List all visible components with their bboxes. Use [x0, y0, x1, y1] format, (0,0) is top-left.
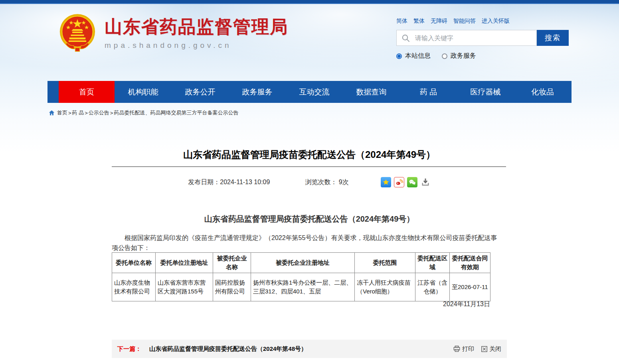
publish-date: 发布日期：2024-11-13 10:09: [188, 178, 270, 187]
breadcrumb-announcements[interactable]: 公示公告: [89, 109, 109, 116]
home-icon: [49, 110, 55, 116]
cell-entrusted-address: 扬州市秋实路1号办公楼一层、二层、三层312、四层401、五层: [251, 273, 355, 301]
announcement-body: 根据国家药监局印发的《疫苗生产流通管理规定》（2022年第55号公告）有关要求，…: [112, 233, 503, 253]
cell-entrusting-address: 山东省东营市东营区大渡河路155号: [156, 273, 213, 301]
view-count-label: 浏览次数：: [305, 179, 337, 185]
prev-article-link[interactable]: 山东省药品监督管理局疫苗委托配送公告（2024年第48号）: [149, 345, 307, 353]
article-meta: 发布日期：2024-11-13 10:09 浏览次数： 9次: [112, 177, 507, 187]
col-entrusting-address: 委托单位注册地址: [156, 253, 213, 273]
col-contract-validity: 委托配送合同有效期: [450, 253, 490, 273]
cell-contract-validity: 至2026-07-11: [450, 273, 490, 301]
breadcrumb-drugs[interactable]: 药 品: [72, 109, 84, 116]
download-icon[interactable]: [420, 177, 431, 187]
weibo-icon[interactable]: [394, 177, 404, 187]
cell-scope: 冻干人用狂犬病疫苗（Vero细胞）: [355, 273, 415, 301]
table-header-row: 委托单位名称 委托单位注册地址 被委托企业名称 被委托企业注册地址 委托范围 委…: [112, 253, 490, 273]
wechat-icon[interactable]: [407, 177, 417, 187]
print-label: 打印: [462, 345, 474, 353]
nav-item-cosmetics[interactable]: 化妆品: [514, 81, 571, 103]
col-region: 委托配送区域: [415, 253, 450, 273]
prev-article-bar: 下一篇： 山东省药品监督管理局疫苗委托配送公告（2024年第48号） 打印: [112, 340, 507, 358]
view-count-value: 9次: [339, 179, 349, 185]
share-toolbar: [381, 177, 431, 187]
view-count: 浏览次数： 9次: [305, 178, 348, 187]
col-entrusting-name: 委托单位名称: [112, 253, 156, 273]
article-content: 山东省药品监督管理局疫苗委托配送公告（2024年第49号） 发布日期：2024-…: [112, 0, 507, 364]
search-button[interactable]: 搜索: [537, 30, 569, 46]
title-divider: [112, 166, 506, 167]
publish-date-label: 发布日期：: [188, 179, 220, 185]
printer-icon: [453, 346, 460, 352]
sign-date: 2024年11月13日: [112, 300, 490, 309]
national-emblem-icon: [59, 13, 96, 53]
col-entrusted-name: 被委托企业名称: [213, 253, 251, 273]
qzone-icon[interactable]: [381, 177, 391, 187]
cell-entrusted-name: 国药控股扬州有限公司: [213, 273, 251, 301]
page-title: 山东省药品监督管理局疫苗委托配送公告（2024年第49号）: [112, 148, 507, 161]
prev-article: 下一篇： 山东省药品监督管理局疫苗委托配送公告（2024年第48号）: [117, 345, 307, 353]
announcement-title: 山东省药品监督管理局疫苗委托配送公告（2024年第49号）: [112, 214, 507, 224]
table-row: 山东亦度生物技术有限公司 山东省东营市东营区大渡河路155号 国药控股扬州有限公…: [112, 273, 490, 301]
col-entrusted-address: 被委托企业注册地址: [251, 253, 355, 273]
col-scope: 委托范围: [355, 253, 415, 273]
publish-date-value: 2024-11-13 10:09: [220, 179, 270, 185]
breadcrumb-home[interactable]: 首页: [57, 109, 67, 116]
breadcrumb-separator: >: [68, 110, 71, 116]
nav-item-home[interactable]: 首页: [59, 81, 115, 103]
cell-entrusting-name: 山东亦度生物技术有限公司: [112, 273, 156, 301]
print-button[interactable]: 打印: [453, 345, 474, 353]
close-button[interactable]: 关闭: [481, 345, 501, 353]
article-tools: 打印 关闭: [453, 345, 501, 353]
close-label: 关闭: [489, 345, 501, 353]
delegation-table: 委托单位名称 委托单位注册地址 被委托企业名称 被委托企业注册地址 委托范围 委…: [112, 252, 490, 301]
prev-article-label: 下一篇：: [117, 345, 141, 353]
cell-region: 江苏省（含仓储）: [415, 273, 450, 301]
close-icon: [481, 346, 487, 352]
breadcrumb-separator: >: [85, 110, 88, 116]
